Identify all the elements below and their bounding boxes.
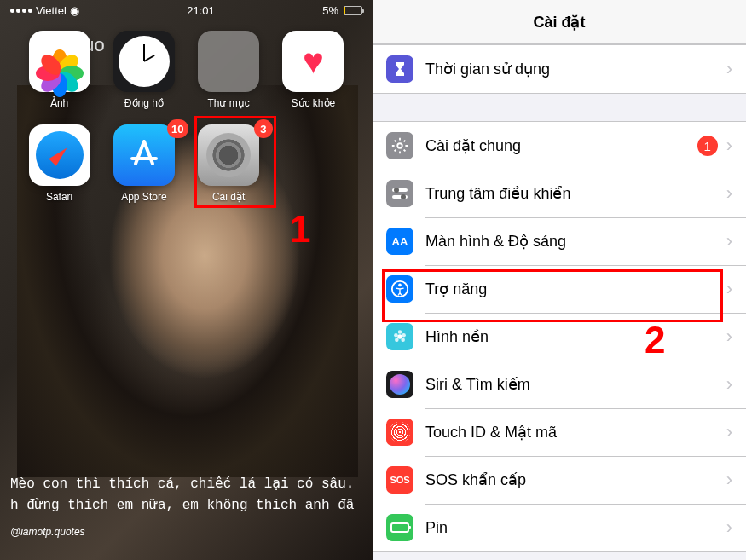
chevron-right-icon: › [726, 278, 732, 300]
app-label: Sức khỏe [292, 97, 336, 109]
app-label: Safari [46, 191, 72, 203]
toggle-icon [386, 180, 413, 207]
carrier-label: Viettel [36, 4, 67, 17]
page-title: Cài đặt [533, 13, 585, 32]
badge: 10 [167, 119, 188, 138]
display-item[interactable]: AA Màn hình & Độ sáng › [373, 217, 746, 265]
app-label: Ảnh [50, 97, 68, 109]
photos-app[interactable]: Ảnh [20, 31, 98, 109]
screentime-item[interactable]: Thời gian sử dụng › [373, 45, 746, 93]
item-label: Màn hình & Độ sáng [425, 232, 726, 251]
fingerprint-icon [386, 419, 413, 446]
item-label: Thời gian sử dụng [425, 60, 726, 78]
folder-app[interactable]: Thư mục [190, 31, 268, 109]
settings-header: Cài đặt [373, 0, 746, 44]
gear-icon [386, 132, 413, 159]
svg-point-0 [397, 143, 402, 148]
app-grid: Ảnh Đồng hồ Thư mục ♥ Sức khỏe Safa [0, 31, 373, 203]
clock-time: 21:01 [187, 4, 215, 17]
status-bar: Viettel ◉ 21:01 5% [0, 0, 373, 20]
chevron-right-icon: › [726, 182, 732, 205]
chevron-right-icon: › [726, 58, 732, 80]
chevron-right-icon: › [726, 135, 732, 157]
home-screen: quo Viettel ◉ 21:01 5% [0, 0, 373, 560]
svg-point-8 [398, 330, 402, 334]
general-item[interactable]: Cài đặt chung 1 › [373, 122, 746, 170]
svg-point-11 [395, 338, 399, 342]
item-label: Siri & Tìm kiếm [425, 375, 726, 394]
wallpaper-credit: @iamotp.quotes [10, 526, 85, 538]
touchid-item[interactable]: Touch ID & Mật mã › [373, 408, 746, 456]
siri-icon [386, 371, 413, 398]
item-label: SOS khẩn cấp [425, 471, 726, 489]
appstore-app[interactable]: 10 App Store [105, 124, 182, 203]
chevron-right-icon: › [726, 517, 732, 539]
hourglass-icon [386, 55, 413, 83]
signal-icon [10, 9, 32, 13]
battery-icon [386, 514, 413, 541]
app-label: Đồng hồ [124, 97, 164, 109]
svg-point-7 [397, 334, 402, 339]
safari-icon [29, 124, 90, 186]
badge: 1 [697, 136, 718, 156]
battery-item[interactable]: Pin › [373, 504, 746, 551]
chevron-right-icon: › [726, 421, 732, 443]
sos-icon: SOS [386, 466, 413, 494]
app-label: App Store [121, 191, 166, 203]
health-icon: ♥ [282, 31, 344, 92]
svg-point-9 [402, 333, 406, 338]
sos-item[interactable]: SOS SOS khẩn cấp › [373, 456, 746, 504]
item-label: Cài đặt chung [425, 136, 697, 155]
text-size-icon: AA [386, 228, 413, 255]
clock-icon [113, 31, 175, 92]
health-app[interactable]: ♥ Sức khỏe [275, 31, 352, 109]
item-label: Trung tâm điều khiển [425, 184, 726, 203]
appstore-icon [113, 124, 175, 186]
annotation-highlight-1 [194, 116, 276, 208]
annotation-step-2: 2 [645, 319, 665, 361]
item-label: Hình nền [425, 327, 726, 346]
battery-percent: 5% [322, 4, 338, 17]
chevron-right-icon: › [726, 326, 732, 348]
annotation-highlight-2 [382, 269, 723, 322]
photos-icon [29, 31, 90, 92]
flower-icon [386, 323, 413, 350]
chevron-right-icon: › [726, 469, 732, 491]
clock-app[interactable]: Đồng hồ [105, 31, 182, 109]
svg-point-12 [394, 333, 398, 338]
chevron-right-icon: › [726, 373, 732, 395]
annotation-step-1: 1 [290, 208, 310, 251]
battery-icon [344, 6, 362, 15]
app-label: Thư mục [207, 97, 249, 109]
item-label: Touch ID & Mật mã [425, 423, 726, 442]
svg-point-3 [394, 188, 399, 193]
control-center-item[interactable]: Trung tâm điều khiển › [373, 170, 746, 217]
siri-item[interactable]: Siri & Tìm kiếm › [373, 361, 746, 408]
svg-point-10 [401, 338, 405, 342]
svg-point-4 [401, 194, 406, 199]
folder-icon [198, 31, 259, 92]
safari-app[interactable]: Safari [20, 124, 98, 203]
chevron-right-icon: › [726, 230, 732, 252]
wifi-icon: ◉ [70, 4, 79, 17]
item-label: Pin [425, 519, 726, 537]
wallpaper-quote: Mèo con thì thích cá, chiếc lá lại có sâ… [0, 474, 373, 517]
